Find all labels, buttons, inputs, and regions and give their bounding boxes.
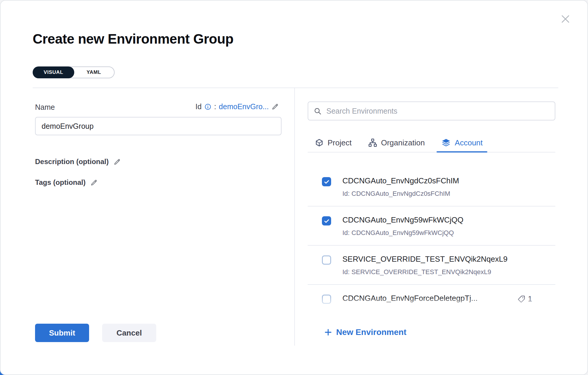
page-title: Create new Environment Group <box>33 31 233 47</box>
id-label: Id <box>195 102 202 111</box>
description-label: Description (optional) <box>35 158 109 166</box>
org-icon <box>368 138 377 147</box>
environment-search-box <box>308 101 555 120</box>
tab-project[interactable]: Project <box>315 134 352 152</box>
tag-count-badge: 1 <box>518 294 532 304</box>
environment-id: Id: CDCNGAuto_EnvNgForceDeletegpTjXUQVQ <box>342 307 484 311</box>
environment-row[interactable]: SERVICE_OVERRIDE_TEST_ENVQik2NqexL9 Id: … <box>308 246 555 285</box>
tab-organization[interactable]: Organization <box>368 134 425 152</box>
environment-list: CDCNGAuto_EnvNgdCz0sFChIM Id: CDCNGAuto_… <box>308 152 555 311</box>
edit-description-pencil-icon[interactable] <box>113 158 121 166</box>
environment-name: CDCNGAuto_EnvNgdCz0sFChIM <box>342 176 459 185</box>
tab-organization-label: Organization <box>381 138 425 147</box>
tags-label: Tags (optional) <box>35 178 86 187</box>
environment-id: Id: CDCNGAuto_EnvNgdCz0sFChIM <box>342 190 459 198</box>
close-icon[interactable] <box>559 12 572 26</box>
environment-id: Id: CDCNGAuto_EnvNg59wFkWCjQQ <box>342 229 463 237</box>
checkbox-checked[interactable] <box>322 216 331 225</box>
environment-row[interactable]: CDCNGAuto_EnvNgForceDeletegpTj... Id: CD… <box>308 285 555 311</box>
new-environment-label: New Environment <box>336 328 406 337</box>
edit-tags-pencil-icon[interactable] <box>90 179 98 186</box>
name-input[interactable] <box>35 117 282 135</box>
environment-row[interactable]: CDCNGAuto_EnvNg59wFkWCjQQ Id: CDCNGAuto_… <box>308 206 555 246</box>
tab-account[interactable]: Account <box>441 134 483 152</box>
layers-icon <box>441 138 451 147</box>
name-label: Name <box>35 103 55 112</box>
info-icon[interactable] <box>204 103 211 110</box>
tags-row: Tags (optional) <box>35 178 98 187</box>
edit-id-pencil-icon[interactable] <box>271 103 279 110</box>
checkbox-unchecked[interactable] <box>322 295 331 304</box>
environment-name: CDCNGAuto_EnvNg59wFkWCjQQ <box>342 215 463 225</box>
new-environment-button[interactable]: New Environment <box>324 328 406 337</box>
entity-id-value[interactable]: demoEnvGro... <box>219 102 269 111</box>
toggle-yaml[interactable]: YAML <box>74 67 114 78</box>
environment-name: CDCNGAuto_EnvNgForceDeletegpTj... <box>342 294 484 303</box>
environment-id: Id: SERVICE_OVERRIDE_TEST_ENVQik2NqexL9 <box>342 268 508 276</box>
description-row: Description (optional) <box>35 158 121 166</box>
environment-name: SERVICE_OVERRIDE_TEST_ENVQik2NqexL9 <box>342 255 508 264</box>
checkbox-checked[interactable] <box>322 177 331 186</box>
plus-icon <box>324 328 332 336</box>
tag-count: 1 <box>528 294 532 304</box>
horizontal-divider <box>33 88 558 88</box>
create-environment-group-modal: Create new Environment Group VISUAL YAML… <box>0 0 588 375</box>
cancel-button[interactable]: Cancel <box>102 324 156 342</box>
tab-project-label: Project <box>328 138 352 147</box>
submit-button[interactable]: Submit <box>35 324 89 342</box>
entity-id-row: Id : demoEnvGro... <box>195 102 279 111</box>
environment-row[interactable]: CDCNGAuto_EnvNgdCz0sFChIM Id: CDCNGAuto_… <box>308 167 555 206</box>
tab-account-label: Account <box>455 138 483 147</box>
vertical-divider <box>294 88 295 346</box>
search-input[interactable] <box>326 107 549 115</box>
checkbox-unchecked[interactable] <box>322 255 331 265</box>
tag-icon <box>518 294 525 303</box>
visual-yaml-toggle: VISUAL YAML <box>33 66 115 78</box>
scope-tabs: Project Organization Account <box>308 134 555 152</box>
id-separator: : <box>214 102 216 111</box>
toggle-visual[interactable]: VISUAL <box>33 66 74 78</box>
search-icon <box>314 107 322 115</box>
cube-icon <box>315 138 324 147</box>
